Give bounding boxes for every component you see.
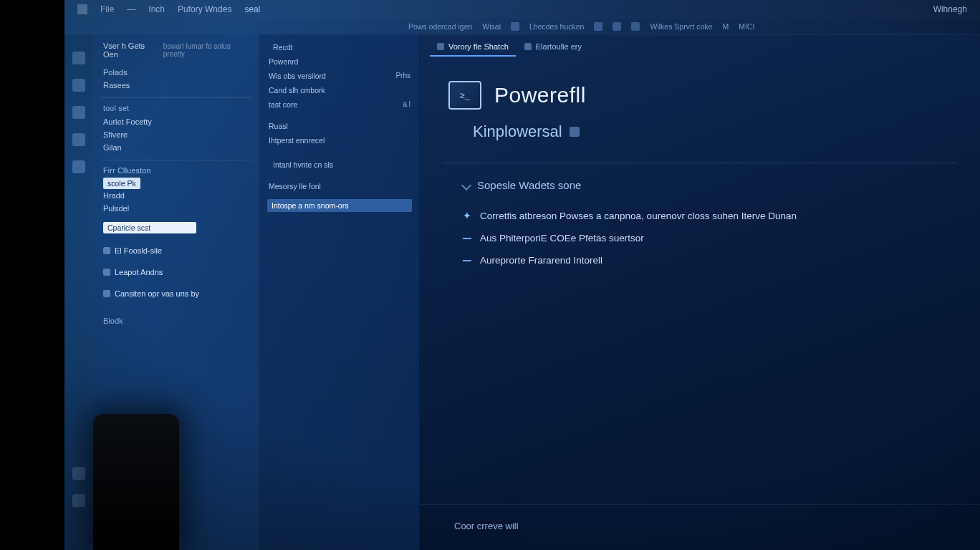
toolbar-icon[interactable] <box>612 22 621 31</box>
explorer-panel: Recdt Powenrd Wis obs versilordPrhs Cand… <box>258 34 420 550</box>
extensions-icon[interactable] <box>72 160 85 173</box>
bullet-icon <box>463 238 471 239</box>
files-icon[interactable] <box>72 52 85 64</box>
sparkle-icon: ✦ <box>463 210 471 221</box>
tree-item-active[interactable]: Intospe a nm snom-ors <box>267 199 412 212</box>
toolbar-icon[interactable] <box>594 22 602 31</box>
panel-header: Vser h Gets Oen bswarl lumar fo solus pr… <box>103 42 249 59</box>
editor-area: Vorory fle Shatch Elartoulle ery ≥_ Powe… <box>420 34 980 550</box>
toolbar-chip[interactable]: Pows odercad igen <box>408 22 472 31</box>
panel-footer: Biodk <box>103 317 249 325</box>
bezel-left <box>0 0 64 550</box>
tree-item[interactable]: Ruasl <box>267 119 412 133</box>
page-subtitle: Kinplowersal <box>420 122 980 163</box>
list-item[interactable]: Pulsdel <box>103 202 249 215</box>
list-item[interactable]: Rasees <box>103 79 249 92</box>
feature-line[interactable]: Aus PhiterporiE COEe Pfetas suertsor <box>420 227 980 249</box>
toolbar-chip[interactable]: MICI <box>739 22 754 31</box>
tree-item[interactable]: Powenrd <box>267 54 412 69</box>
activity-bar <box>64 34 93 550</box>
content-footer: Coor crreve will <box>420 504 980 550</box>
feature-line[interactable]: Aureprorte Frararend Intorell <box>420 249 980 271</box>
tree-item[interactable]: Cand slh cmbork <box>267 83 412 97</box>
link-icon <box>103 290 110 297</box>
secondary-toolbar: Pows odercad igen Wisal Lhecdes hucken W… <box>64 19 980 34</box>
section-title: Firr Cllueston <box>103 166 249 175</box>
list-item-selected[interactable]: scole Pk <box>103 178 140 189</box>
list-item[interactable]: Polads <box>103 66 249 79</box>
toolbar-chip[interactable]: M <box>722 22 729 31</box>
toolbar-chip[interactable]: Lhecdes hucken <box>529 22 584 31</box>
menu-item[interactable]: Pufory Wndes <box>178 4 231 14</box>
feature-line[interactable]: ✦ Corretfis atbreson Powses a canpnoa, o… <box>420 204 980 227</box>
list-item[interactable]: Sfivere <box>103 128 249 141</box>
list-item[interactable]: Aurlet Focetty <box>103 115 249 128</box>
tab[interactable]: Elartoulle ery <box>517 39 589 57</box>
tree-item[interactable]: tast corea l <box>267 97 412 112</box>
menu-item[interactable]: — <box>127 4 135 14</box>
menu-item[interactable]: File <box>100 4 114 14</box>
tab-icon <box>524 43 532 50</box>
divider <box>100 160 252 160</box>
search-icon[interactable] <box>72 79 85 92</box>
bullet-icon <box>463 260 471 261</box>
list-item[interactable]: Gilan <box>103 141 249 154</box>
section-header[interactable]: Sopesle Wadets sone <box>420 176 980 204</box>
tree-item[interactable]: Wis obs versilordPrhs <box>267 69 412 83</box>
toolbar-chip[interactable]: Wilkes Sprvrt coke <box>650 22 712 31</box>
chevron-down-icon <box>461 180 471 190</box>
section-title: tool set <box>103 104 249 112</box>
menu-item[interactable]: seal <box>244 4 260 14</box>
list-item[interactable]: Hradd <box>103 189 249 202</box>
tab-active[interactable]: Vorory fle Shatch <box>430 39 516 57</box>
hero: ≥_ Powerefll <box>420 57 980 122</box>
powershell-logo-icon: ≥_ <box>448 81 481 110</box>
source-control-icon[interactable] <box>72 106 85 119</box>
tree-item[interactable]: Mesorsy lle fonl <box>267 179 412 193</box>
menu-item[interactable]: Inch <box>148 4 165 14</box>
link-icon <box>103 269 110 276</box>
tab-strip: Vorory fle Shatch Elartoulle ery <box>420 35 980 57</box>
panel-link[interactable]: Cansiten opr vas uns by <box>103 289 249 298</box>
panel-link[interactable]: Leapot Andns <box>103 268 249 276</box>
page-title: Powerefll <box>494 83 586 107</box>
subtitle-icon <box>570 127 580 137</box>
menu-item[interactable]: Wihnegh <box>933 4 967 14</box>
menubar: File — Inch Pufory Wndes seal Wihnegh <box>64 0 980 19</box>
toolbar-chip[interactable]: Wisal <box>482 22 501 31</box>
tree-item[interactable]: Intanl hvnte cn sls <box>267 158 412 172</box>
panel-link[interactable]: El Foosld-sile <box>103 246 249 255</box>
toolbar-icon[interactable] <box>511 22 519 31</box>
account-icon[interactable] <box>72 467 85 480</box>
tree-item[interactable]: Recdt <box>267 40 412 54</box>
foreground-object <box>93 414 179 550</box>
divider <box>100 97 252 98</box>
tree-item[interactable]: Ihtperst ennrecel <box>267 133 412 148</box>
divider <box>443 163 957 163</box>
toolbar-icon[interactable] <box>631 22 640 31</box>
app-logo-icon <box>77 4 87 14</box>
debug-icon[interactable] <box>72 133 85 146</box>
dropdown[interactable]: Cparicle scst <box>103 222 196 233</box>
tab-icon <box>437 43 444 50</box>
link-icon <box>103 247 110 254</box>
app-window: File — Inch Pufory Wndes seal Wihnegh Po… <box>64 0 980 550</box>
gear-icon[interactable] <box>72 494 85 507</box>
